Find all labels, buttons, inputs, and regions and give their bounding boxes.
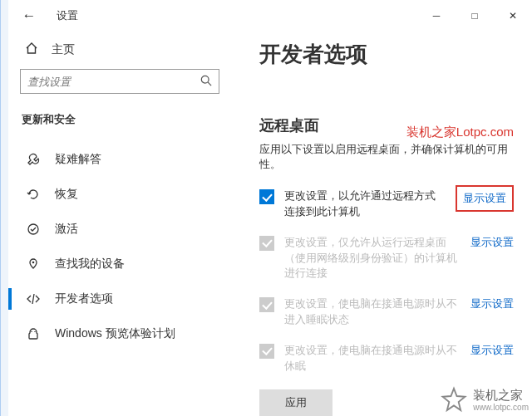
sidebar-item-recovery[interactable]: 恢复 bbox=[20, 177, 219, 212]
sidebar-item-label: Windows 预览体验计划 bbox=[55, 326, 175, 341]
sidebar-item-label: 查找我的设备 bbox=[55, 257, 125, 272]
section-description: 应用以下设置以启用远程桌面，并确保计算机的可用性。 bbox=[259, 142, 514, 172]
svg-point-0 bbox=[201, 76, 209, 83]
nav-list: 疑难解答 恢复 激活 bbox=[20, 142, 219, 351]
sidebar-item-label: 开发者选项 bbox=[55, 291, 113, 306]
sidebar-category: 更新和安全 bbox=[20, 112, 219, 127]
setting-row-sleep: 更改设置，使电脑在接通电源时从不进入睡眠状态 显示设置 bbox=[259, 296, 514, 328]
sidebar-home-label: 主页 bbox=[52, 42, 75, 57]
svg-point-3 bbox=[32, 262, 35, 264]
setting-text: 更改设置，使电脑在接通电源时从不休眠 bbox=[284, 343, 461, 374]
setting-text: 更改设置，仅允许从运行远程桌面（使用网络级别身份验证）的计算机进行连接 bbox=[284, 235, 461, 282]
sidebar: 主页 更新和安全 疑难解答 bbox=[8, 32, 231, 416]
developers-icon bbox=[27, 292, 40, 306]
settings-window: ← 设置 ─ □ ✕ 主页 更新和安全 bbox=[8, 0, 532, 416]
back-button[interactable]: ← bbox=[20, 7, 38, 25]
troubleshoot-icon bbox=[27, 153, 40, 166]
recovery-icon bbox=[27, 188, 40, 201]
find-device-icon bbox=[27, 257, 40, 271]
setting-text: 更改设置，使电脑在接通电源时从不进入睡眠状态 bbox=[284, 296, 461, 328]
activation-icon bbox=[27, 223, 40, 236]
checkbox-sleep bbox=[259, 297, 274, 312]
apply-button[interactable]: 应用 bbox=[259, 389, 332, 416]
main-panel: 开发者选项 远程桌面 装机之家Lotpc.com 应用以下设置以启用远程桌面，并… bbox=[231, 32, 532, 416]
setting-row-nla: 更改设置，仅允许从运行远程桌面（使用网络级别身份验证）的计算机进行连接 显示设置 bbox=[259, 235, 514, 282]
sidebar-item-label: 激活 bbox=[55, 222, 78, 237]
sidebar-item-activation[interactable]: 激活 bbox=[20, 212, 219, 247]
checkbox-nla bbox=[259, 236, 274, 251]
search-icon bbox=[200, 75, 212, 89]
page-title: 开发者选项 bbox=[259, 40, 514, 69]
maximize-button[interactable]: □ bbox=[456, 2, 494, 29]
setting-row-remote-allow: 更改设置，以允许通过远程方式连接到此计算机 显示设置 bbox=[259, 188, 514, 220]
sidebar-item-label: 疑难解答 bbox=[55, 152, 101, 167]
shadow-strip bbox=[0, 0, 8, 416]
show-settings-link[interactable]: 显示设置 bbox=[470, 296, 514, 311]
setting-text: 更改设置，以允许通过远程方式连接到此计算机 bbox=[284, 188, 446, 220]
content-area: 主页 更新和安全 疑难解答 bbox=[8, 32, 532, 416]
sidebar-item-label: 恢复 bbox=[55, 187, 78, 202]
sidebar-item-troubleshoot[interactable]: 疑难解答 bbox=[20, 142, 219, 177]
home-icon bbox=[25, 42, 38, 57]
minimize-button[interactable]: ─ bbox=[417, 2, 456, 29]
svg-point-2 bbox=[28, 224, 38, 234]
window-controls: ─ □ ✕ bbox=[417, 2, 532, 29]
insider-icon bbox=[27, 327, 40, 340]
show-settings-link[interactable]: 显示设置 bbox=[470, 343, 514, 358]
show-settings-link[interactable]: 显示设置 bbox=[470, 235, 514, 250]
checkbox-hibernate bbox=[259, 344, 274, 359]
sidebar-item-insider[interactable]: Windows 预览体验计划 bbox=[20, 316, 219, 351]
titlebar: ← 设置 ─ □ ✕ bbox=[8, 0, 532, 32]
sidebar-item-find-device[interactable]: 查找我的设备 bbox=[20, 247, 219, 281]
sidebar-home[interactable]: 主页 bbox=[20, 37, 219, 69]
section-title: 远程桌面 bbox=[259, 115, 514, 135]
close-button[interactable]: ✕ bbox=[494, 2, 532, 29]
checkbox-remote-allow[interactable] bbox=[259, 189, 274, 204]
window-title: 设置 bbox=[57, 8, 78, 23]
svg-line-1 bbox=[208, 82, 211, 86]
sidebar-item-developers[interactable]: 开发者选项 bbox=[20, 281, 219, 316]
search-input[interactable] bbox=[27, 76, 200, 88]
search-box[interactable] bbox=[20, 69, 219, 94]
setting-row-hibernate: 更改设置，使电脑在接通电源时从不休眠 显示设置 bbox=[259, 343, 514, 374]
show-settings-link[interactable]: 显示设置 bbox=[456, 185, 514, 212]
